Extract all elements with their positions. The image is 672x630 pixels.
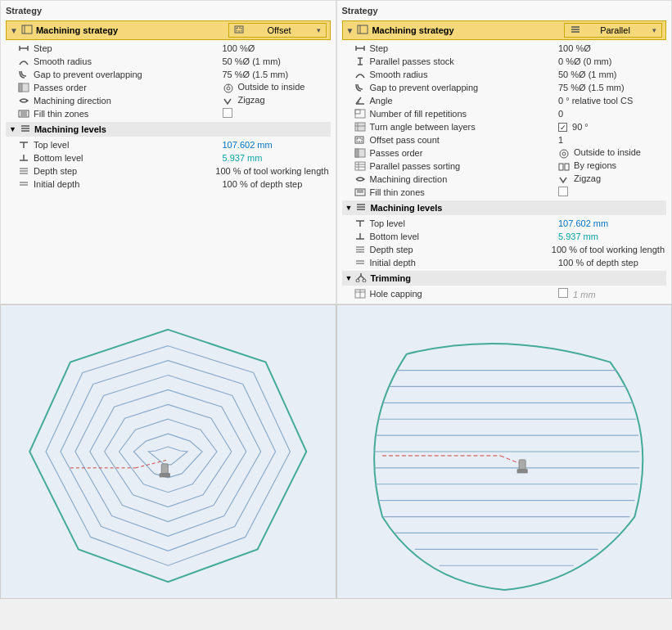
right-fill-checkbox[interactable] [558, 187, 568, 196]
right-bottom-level-value: 5.937 mm [558, 232, 665, 241]
left-strategy-header[interactable]: ▼ Machining strategy Offset ▾ [6, 20, 331, 40]
right-step-value: 100 %Ø [558, 43, 665, 53]
right-sorting-label: Parallel passes sorting [370, 161, 559, 171]
right-hole-capping-icon [354, 288, 367, 299]
right-machining-levels-header[interactable]: ▼ Machining levels [342, 200, 667, 215]
main-container: Strategy ▼ Machining strategy Offset ▾ [0, 0, 672, 599]
left-fill-row: Fill thin zones [6, 107, 331, 120]
left-initial-depth-row: Initial depth 100 % of depth step [6, 178, 331, 191]
right-bottom-level-icon [354, 231, 367, 242]
left-initial-depth-icon [17, 178, 30, 190]
right-stock-value: 0 %Ø (0 mm) [558, 56, 665, 66]
right-direction-label: Machining direction [370, 174, 559, 184]
right-panel-title: Strategy [342, 4, 667, 17]
right-initial-depth-icon [354, 257, 367, 268]
right-passes-value: Outside to inside [558, 147, 665, 158]
right-strategy-value: Parallel [600, 25, 630, 35]
right-bottom-level-label: Bottom level [370, 232, 559, 241]
right-step-row: Step 100 %Ø [342, 42, 667, 55]
right-top-level-icon [354, 218, 367, 229]
right-offset-pass-label: Offset pass count [370, 135, 559, 145]
right-top-level-value: 107.602 mm [558, 218, 665, 228]
left-machining-strategy-icon [21, 25, 33, 36]
right-smooth-value: 50 %Ø (1 mm) [558, 70, 665, 79]
right-gap-label: Gap to prevent overlapping [370, 83, 559, 92]
left-machining-levels-header[interactable]: ▼ Machining levels [6, 122, 331, 137]
right-gap-row: Gap to prevent overlapping 75 %Ø (1.5 mm… [342, 81, 667, 94]
right-trimming-items: Hole capping 1 mm [342, 287, 667, 300]
right-offset-pass-value: 1 [558, 135, 665, 145]
left-header-chevron: ▼ [10, 26, 18, 35]
left-smooth-value: 50 %Ø (1 mm) [223, 56, 329, 66]
right-viz-panel [336, 304, 673, 599]
left-smooth-label: Smooth radius [34, 56, 223, 66]
left-gap-label: Gap to prevent overlapping [34, 70, 223, 79]
right-header-chevron: ▼ [346, 26, 354, 35]
left-strategy-value-box[interactable]: Offset ▾ [228, 23, 327, 38]
left-passes-icon [17, 82, 30, 93]
left-levels-icon [20, 124, 31, 135]
right-depth-step-row: Depth step 100 % of tool working length [342, 243, 667, 256]
right-dropdown-arrow: ▾ [652, 26, 656, 34]
svg-rect-57 [559, 164, 563, 170]
right-number-label: Number of fill repetitions [370, 109, 559, 119]
right-sorting-icon [354, 160, 367, 172]
svg-rect-114 [517, 470, 527, 473]
left-gap-row: Gap to prevent overlapping 75 %Ø (1.5 mm… [6, 68, 331, 81]
left-gap-icon [17, 69, 30, 80]
right-top-level-row: Top level 107.602 mm [342, 217, 667, 230]
svg-point-10 [227, 87, 230, 90]
left-direction-value: Zigzag [223, 95, 329, 106]
parallel-icon [570, 25, 581, 36]
right-smooth-row: Smooth radius 50 %Ø (1 mm) [342, 68, 667, 81]
right-trimming-icon [355, 272, 367, 284]
left-viz-svg [1, 305, 336, 598]
svg-rect-29 [358, 25, 368, 34]
right-trimming-chevron: ▼ [345, 274, 353, 282]
left-passes-label: Passes order [34, 83, 223, 92]
right-bottom-level-row: Bottom level 5.937 mm [342, 230, 667, 243]
right-levels-chevron: ▼ [345, 204, 353, 212]
left-levels-items: Top level 107.602 mm Bottom level 5.937 … [6, 138, 331, 191]
left-fill-checkbox[interactable] [223, 108, 232, 118]
svg-rect-50 [355, 149, 359, 157]
right-strategy-value-box[interactable]: Parallel ▾ [564, 23, 662, 38]
right-gap-value: 75 %Ø (1.5 mm) [558, 83, 665, 92]
right-number-value: 0 [558, 109, 665, 119]
right-turn-angle-row: Turn angle between layers ✓ 90 ° [342, 120, 667, 133]
left-viz-panel [0, 304, 336, 599]
strategies-row: Strategy ▼ Machining strategy Offset ▾ [0, 0, 672, 304]
right-viz-svg [337, 305, 672, 598]
svg-rect-43 [355, 110, 360, 114]
left-strategy-value: Offset [267, 25, 291, 35]
right-trimming-header[interactable]: ▼ Trimming [342, 271, 667, 286]
left-gap-value: 75 %Ø (1.5 mm) [223, 70, 329, 79]
right-fill-icon [354, 187, 367, 198]
svg-point-51 [560, 150, 568, 158]
right-turn-angle-value: ✓ 90 ° [558, 122, 665, 133]
svg-rect-96 [160, 474, 169, 477]
left-top-level-row: Top level 107.602 mm [6, 138, 331, 151]
right-strategy-header[interactable]: ▼ Machining strategy Parallel ▾ [342, 20, 667, 40]
svg-point-75 [356, 279, 359, 282]
svg-rect-44 [355, 123, 365, 131]
left-smooth-row: Smooth radius 50 %Ø (1 mm) [6, 55, 331, 68]
turn-angle-checkbox: ✓ [558, 123, 567, 132]
left-initial-depth-label: Initial depth [34, 179, 223, 189]
right-depth-step-label: Depth step [370, 245, 552, 254]
left-top-level-icon [17, 139, 30, 151]
left-levels-label: Machining levels [34, 124, 106, 134]
svg-rect-8 [19, 83, 22, 92]
right-depth-step-value: 100 % of tool working length [552, 245, 665, 254]
right-hole-capping-value: 1 mm [558, 288, 665, 299]
right-direction-icon [354, 173, 367, 185]
right-hole-capping-checkbox[interactable] [558, 288, 568, 298]
left-step-row: Step 100 %Ø [6, 42, 331, 55]
right-offset-pass-row: Offset pass count 1 [342, 133, 667, 146]
left-direction-label: Machining direction [34, 96, 223, 106]
svg-rect-58 [565, 164, 569, 170]
svg-point-52 [562, 152, 566, 155]
svg-rect-53 [355, 162, 365, 170]
left-depth-step-icon [17, 165, 30, 177]
left-properties: Step 100 %Ø Smooth radius 50 %Ø (1 mm) [6, 42, 331, 120]
